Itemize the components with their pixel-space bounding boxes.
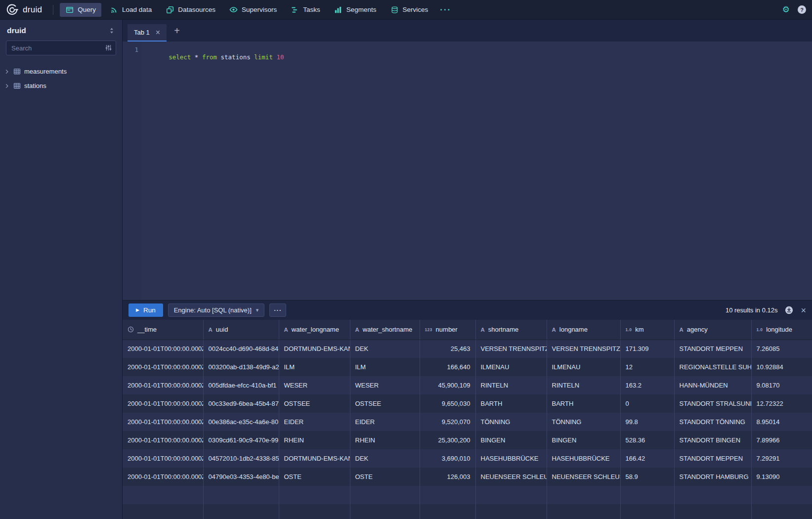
- table-cell[interactable]: STANDORT MEPPEN: [674, 449, 751, 468]
- table-cell[interactable]: DORTMUND-EMS-KANAL: [279, 340, 350, 358]
- settings-gear-icon[interactable]: ⚙: [782, 5, 790, 14]
- brand[interactable]: druid: [6, 3, 42, 16]
- close-results-icon[interactable]: ×: [801, 306, 806, 315]
- table-cell[interactable]: BINGEN: [475, 431, 547, 449]
- table-cell[interactable]: ILMENAU: [475, 358, 547, 376]
- column-header-uuid[interactable]: Auuid: [203, 320, 279, 340]
- table-cell[interactable]: STANDORT HAMBURG: [674, 468, 751, 486]
- table-cell[interactable]: RHEIN: [279, 431, 350, 449]
- table-cell[interactable]: 25,463: [420, 340, 475, 358]
- table-cell[interactable]: OSTE: [350, 468, 420, 486]
- table-cell[interactable]: 58.9: [620, 468, 674, 486]
- table-cell[interactable]: STANDORT MEPPEN: [674, 340, 751, 358]
- table-cell[interactable]: 7.29291: [751, 449, 812, 468]
- table-cell[interactable]: REGIONALSTELLE SUHL: [674, 358, 751, 376]
- table-cell[interactable]: 7.26085: [751, 340, 812, 358]
- table-cell[interactable]: ILM: [279, 358, 350, 376]
- table-cell[interactable]: HANN-MÜNDEN: [674, 376, 751, 394]
- table-cell[interactable]: 166.42: [620, 449, 674, 468]
- code-area[interactable]: select * from stations limit 10: [142, 42, 812, 300]
- nav-more-button[interactable]: ···: [435, 5, 456, 15]
- table-cell[interactable]: 04572010-1db2-4338-85: [203, 449, 279, 468]
- column-header-water-longname[interactable]: Awater_longname: [279, 320, 350, 340]
- table-cell[interactable]: RHEIN: [350, 431, 420, 449]
- tab-1[interactable]: Tab 1 ×: [128, 24, 167, 42]
- table-cell[interactable]: NEUENSEER SCHLEUSEN: [475, 468, 547, 486]
- table-cell[interactable]: 9,520,070: [420, 413, 475, 431]
- table-cell[interactable]: 12: [620, 358, 674, 376]
- table-cell[interactable]: OSTE: [279, 468, 350, 486]
- tree-item-stations[interactable]: stations: [0, 79, 122, 93]
- table-cell[interactable]: RINTELN: [475, 376, 547, 394]
- table-cell[interactable]: RINTELN: [547, 376, 620, 394]
- table-cell[interactable]: ILMENAU: [547, 358, 620, 376]
- table-cell[interactable]: 12.72322: [751, 394, 812, 413]
- table-cell[interactable]: 2000-01-01T00:00:00.000Z: [123, 376, 203, 394]
- table-cell[interactable]: 126,003: [420, 468, 475, 486]
- table-cell[interactable]: 0309cd61-90c9-470e-99: [203, 431, 279, 449]
- table-cell[interactable]: 9,650,030: [420, 394, 475, 413]
- run-button[interactable]: ▶ Run: [128, 303, 163, 317]
- table-cell[interactable]: BARTH: [475, 394, 547, 413]
- query-editor[interactable]: 1 select * from stations limit 10: [123, 42, 812, 300]
- column-header--time[interactable]: __time: [123, 320, 203, 340]
- column-header-water-shortname[interactable]: Awater_shortname: [350, 320, 420, 340]
- table-cell[interactable]: OSTSEE: [279, 394, 350, 413]
- column-header-agency[interactable]: Aagency: [674, 320, 751, 340]
- column-header-longname[interactable]: Alongname: [547, 320, 620, 340]
- table-cell[interactable]: HASEHUBBRÜCKE: [475, 449, 547, 468]
- table-cell[interactable]: 2000-01-01T00:00:00.000Z: [123, 358, 203, 376]
- nav-item-load-data[interactable]: Load data: [104, 3, 157, 17]
- table-cell[interactable]: DORTMUND-EMS-KANAL: [279, 449, 350, 468]
- nav-item-query[interactable]: Query: [60, 3, 101, 17]
- help-icon[interactable]: ?: [798, 5, 806, 14]
- table-cell[interactable]: WESER: [279, 376, 350, 394]
- table-cell[interactable]: 25,300,200: [420, 431, 475, 449]
- table-cell[interactable]: 7.89966: [751, 431, 812, 449]
- table-cell[interactable]: 04790e03-4353-4e80-be: [203, 468, 279, 486]
- table-cell[interactable]: 00c33ed9-6bea-45b4-87: [203, 394, 279, 413]
- table-cell[interactable]: DEK: [350, 449, 420, 468]
- column-header-shortname[interactable]: Ashortname: [475, 320, 547, 340]
- table-cell[interactable]: 005dfdae-efcc-410a-bf1: [203, 376, 279, 394]
- engine-select[interactable]: Engine: Auto [SQL (native)] ▾: [168, 303, 265, 317]
- table-cell[interactable]: 163.2: [620, 376, 674, 394]
- search-input[interactable]: [6, 41, 116, 55]
- chevron-right-icon[interactable]: [4, 69, 10, 75]
- nav-item-supervisors[interactable]: Supervisors: [224, 3, 282, 17]
- table-cell[interactable]: VERSEN TRENNSPITZE: [475, 340, 547, 358]
- table-cell[interactable]: STANDORT BINGEN: [674, 431, 751, 449]
- table-cell[interactable]: 171.309: [620, 340, 674, 358]
- tree-item-measurements[interactable]: measurements: [0, 64, 122, 79]
- table-cell[interactable]: NEUENSEER SCHLEUSEN: [547, 468, 620, 486]
- table-cell[interactable]: 00e386ac-e35c-4a6e-80: [203, 413, 279, 431]
- table-cell[interactable]: 2000-01-01T00:00:00.000Z: [123, 431, 203, 449]
- table-cell[interactable]: STANDORT STRALSUND: [674, 394, 751, 413]
- table-cell[interactable]: VERSEN TRENNSPITZE: [547, 340, 620, 358]
- table-cell[interactable]: 3,690,010: [420, 449, 475, 468]
- table-cell[interactable]: 10.92884: [751, 358, 812, 376]
- table-cell[interactable]: DEK: [350, 340, 420, 358]
- table-cell[interactable]: 003200ab-d138-49d9-a2: [203, 358, 279, 376]
- nav-item-services[interactable]: Services: [385, 3, 434, 17]
- table-cell[interactable]: 166,640: [420, 358, 475, 376]
- table-cell[interactable]: 0: [620, 394, 674, 413]
- table-cell[interactable]: 2000-01-01T00:00:00.000Z: [123, 340, 203, 358]
- nav-item-segments[interactable]: Segments: [329, 3, 382, 17]
- table-cell[interactable]: 45,900,109: [420, 376, 475, 394]
- query-more-button[interactable]: ···: [269, 303, 286, 317]
- table-cell[interactable]: 99.8: [620, 413, 674, 431]
- nav-item-tasks[interactable]: Tasks: [285, 3, 326, 17]
- table-cell[interactable]: 2000-01-01T00:00:00.000Z: [123, 394, 203, 413]
- column-header-number[interactable]: 123number: [420, 320, 475, 340]
- table-cell[interactable]: OSTSEE: [350, 394, 420, 413]
- nav-item-datasources[interactable]: Datasources: [160, 3, 221, 17]
- table-cell[interactable]: 528.36: [620, 431, 674, 449]
- table-cell[interactable]: BINGEN: [547, 431, 620, 449]
- table-cell[interactable]: TÖNNING: [547, 413, 620, 431]
- table-cell[interactable]: HASEHUBBRÜCKE: [547, 449, 620, 468]
- table-cell[interactable]: 9.08170: [751, 376, 812, 394]
- table-cell[interactable]: BARTH: [547, 394, 620, 413]
- tab-close-icon[interactable]: ×: [156, 29, 160, 37]
- table-cell[interactable]: 8.95014: [751, 413, 812, 431]
